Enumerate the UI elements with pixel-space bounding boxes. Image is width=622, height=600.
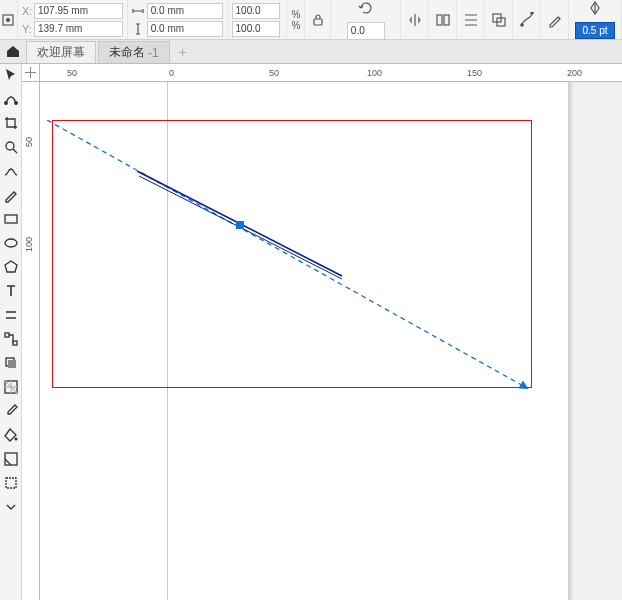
outline-pen-button[interactable] (541, 0, 569, 39)
connector-tool[interactable] (2, 330, 20, 348)
eyedropper-tool[interactable] (2, 402, 20, 420)
svg-rect-21 (6, 478, 16, 488)
fill-tool[interactable] (2, 426, 20, 444)
y-position-field[interactable]: 139.7 mm (34, 21, 123, 37)
new-tab-button[interactable]: + (172, 41, 194, 63)
hruler-tick-50: 50 (269, 68, 279, 78)
lock-ratio-button[interactable] (305, 0, 331, 39)
rotation-group: 0.0 (331, 0, 401, 39)
svg-point-7 (520, 23, 522, 25)
ruler-origin-corner[interactable] (22, 64, 40, 82)
pen-nib-icon (587, 0, 603, 18)
height-icon (132, 23, 144, 35)
percent-label-2: % (291, 20, 300, 31)
svg-rect-4 (444, 15, 449, 25)
mirror-horizontal-button[interactable] (401, 0, 429, 39)
tab-welcome-label: 欢迎屏幕 (37, 44, 85, 61)
tab-document-label: 未命名 (109, 44, 145, 61)
tab-document-suffix: -1 (148, 46, 159, 60)
tab-document[interactable]: 未命名 -1 (98, 41, 170, 63)
rectangle-tool[interactable] (2, 210, 20, 228)
document-tab-strip: 欢迎屏幕 未命名 -1 + (0, 40, 622, 64)
convert-curves-button[interactable] (513, 0, 541, 39)
y-label: Y: (22, 23, 34, 35)
svg-rect-12 (5, 215, 17, 223)
polygon-tool[interactable] (2, 258, 20, 276)
flip-button[interactable] (429, 0, 457, 39)
pick-tool[interactable] (2, 66, 20, 84)
vruler-tick-50: 50 (24, 137, 34, 147)
svg-point-19 (14, 438, 17, 441)
hruler-tick-0: 0 (169, 68, 174, 78)
freehand-tool[interactable] (2, 162, 20, 180)
more-tools-icon[interactable] (2, 498, 20, 516)
scale-group: 100.0 100.0 (228, 0, 288, 39)
percent-label-cell: % % (287, 0, 305, 39)
svg-rect-17 (8, 360, 16, 368)
shape-tool[interactable] (2, 90, 20, 108)
parallel-tool[interactable] (2, 306, 20, 324)
page-edge-shadow (568, 82, 574, 600)
horizontal-ruler[interactable]: 50 0 50 100 150 200 (40, 64, 622, 82)
size-wh-group: 0.0 mm 0.0 mm (128, 0, 228, 39)
transparency-tool[interactable] (2, 378, 20, 396)
smart-fill-tool[interactable] (2, 450, 20, 468)
svg-point-10 (14, 102, 17, 105)
crop-tool[interactable] (2, 114, 20, 132)
height-field[interactable]: 0.0 mm (147, 21, 223, 37)
hruler-tick-100: 100 (367, 68, 382, 78)
zoom-tool[interactable] (2, 138, 20, 156)
drop-shadow-tool[interactable] (2, 354, 20, 372)
svg-rect-14 (5, 333, 9, 337)
align-distribute-button[interactable] (457, 0, 485, 39)
hruler-tick-200: 200 (567, 68, 582, 78)
text-tool[interactable] (2, 282, 20, 300)
tab-welcome[interactable]: 欢迎屏幕 (26, 41, 96, 63)
x-position-field[interactable]: 107.95 mm (34, 3, 123, 19)
artistic-media-tool[interactable] (2, 186, 20, 204)
ellipse-tool[interactable] (2, 234, 20, 252)
hruler-tick-neg50: 50 (67, 68, 77, 78)
home-icon[interactable] (0, 39, 26, 63)
svg-rect-3 (437, 15, 442, 25)
order-button[interactable] (485, 0, 513, 39)
scale-y-field[interactable]: 100.0 (232, 21, 280, 37)
width-field[interactable]: 0.0 mm (147, 3, 223, 19)
outline-tool[interactable] (2, 474, 20, 492)
canvas-area[interactable]: 50 0 50 100 150 200 50 100 (22, 64, 622, 600)
svg-point-13 (5, 239, 17, 247)
hruler-tick-150: 150 (467, 68, 482, 78)
svg-rect-2 (314, 19, 322, 25)
position-xy-group: X: 107.95 mm Y: 139.7 mm (18, 0, 128, 39)
stroke-width-field[interactable]: 0.5 pt (575, 22, 615, 39)
svg-point-1 (7, 18, 10, 21)
rotation-field[interactable]: 0.0 (347, 22, 385, 40)
toolbox (0, 64, 22, 600)
svg-point-9 (4, 102, 7, 105)
vertical-ruler[interactable]: 50 100 (22, 82, 40, 600)
object-origin-icon[interactable] (0, 0, 18, 39)
width-icon (132, 5, 144, 17)
vruler-tick-100: 100 (24, 237, 34, 252)
svg-rect-20 (5, 453, 17, 465)
percent-label-1: % (291, 9, 300, 20)
svg-point-8 (530, 12, 532, 14)
rotate-icon (358, 0, 374, 18)
property-bar: X: 107.95 mm Y: 139.7 mm 0.0 mm 0.0 mm 1… (0, 0, 622, 40)
stroke-width-group: 0.5 pt (569, 0, 622, 39)
workspace: 50 0 50 100 150 200 50 100 (0, 64, 622, 600)
scale-x-field[interactable]: 100.0 (232, 3, 280, 19)
svg-point-11 (6, 142, 14, 150)
path-anchor-node[interactable] (236, 221, 244, 229)
x-label: X: (22, 5, 34, 17)
